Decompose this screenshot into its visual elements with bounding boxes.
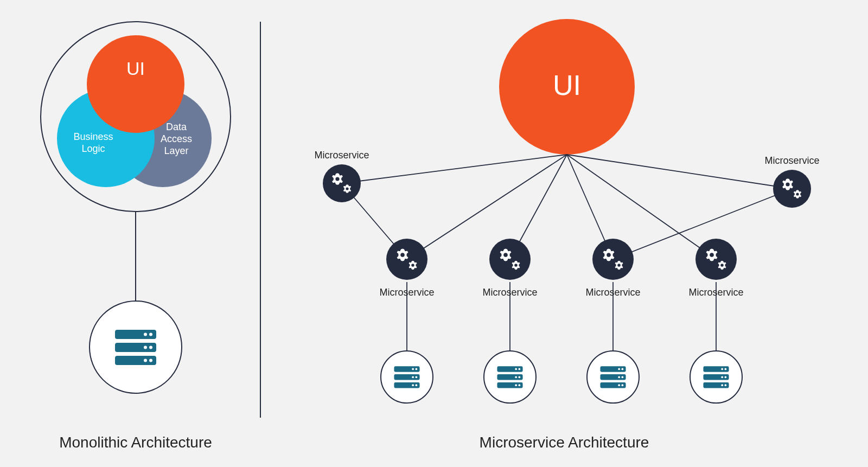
line-ui-ms3 <box>407 155 567 259</box>
svg-point-7 <box>144 359 147 362</box>
microservice-group: UI Microservice <box>314 19 819 403</box>
svg-point-59 <box>721 368 723 370</box>
ui-label-mono: UI <box>126 58 145 79</box>
line-ui-ms2 <box>567 155 792 189</box>
svg-point-52 <box>618 376 620 378</box>
microservice-node-3: Microservice <box>379 239 434 298</box>
svg-point-46 <box>519 384 521 386</box>
svg-point-20 <box>514 264 517 266</box>
database-icon <box>394 366 419 388</box>
micro-db-2 <box>484 351 536 403</box>
svg-point-55 <box>618 384 620 386</box>
svg-point-22 <box>607 253 611 257</box>
monolithic-group: UI Business Logic Data Access Layer <box>41 22 231 393</box>
svg-point-12 <box>773 170 811 208</box>
ui-circle-mono <box>87 35 184 133</box>
data-label-1: Data <box>166 121 187 132</box>
svg-point-26 <box>720 264 723 266</box>
svg-point-14 <box>796 193 799 195</box>
database-icon <box>703 366 729 388</box>
svg-point-56 <box>622 384 624 386</box>
line-ui-ms6 <box>567 155 716 259</box>
svg-point-29 <box>412 368 414 370</box>
svg-point-63 <box>725 376 727 378</box>
svg-point-24 <box>695 239 737 280</box>
svg-point-18 <box>489 239 531 280</box>
svg-point-42 <box>515 376 517 378</box>
line-ui-ms1 <box>342 155 567 183</box>
svg-point-43 <box>519 376 521 378</box>
svg-point-13 <box>786 182 789 186</box>
svg-point-50 <box>622 368 624 370</box>
ms-label-6: Microservice <box>688 287 743 298</box>
database-icon <box>600 366 626 388</box>
svg-point-4 <box>144 346 147 349</box>
svg-point-49 <box>618 368 620 370</box>
svg-point-11 <box>346 187 348 190</box>
ms-label-4: Microservice <box>482 287 537 298</box>
svg-point-62 <box>721 376 723 378</box>
monolithic-title: Monolithic Architecture <box>43 434 228 451</box>
microservice-title: Microservice Architecture <box>472 434 656 451</box>
microservice-node-1: Microservice <box>314 150 369 202</box>
svg-point-2 <box>149 333 152 336</box>
svg-point-39 <box>515 368 517 370</box>
svg-point-60 <box>725 368 727 370</box>
svg-point-35 <box>412 384 414 386</box>
database-icon <box>497 366 522 388</box>
svg-point-16 <box>400 253 405 257</box>
database-icon <box>115 330 156 365</box>
ms-label-5: Microservice <box>585 287 640 298</box>
svg-point-17 <box>411 264 414 266</box>
data-label-3: Layer <box>164 145 188 156</box>
microservice-node-6: Microservice <box>688 239 743 298</box>
svg-point-30 <box>416 368 418 370</box>
svg-point-5 <box>149 346 152 349</box>
svg-point-32 <box>412 376 414 378</box>
architecture-diagram: UI Business Logic Data Access Layer UI <box>0 0 868 467</box>
micro-db-4 <box>690 351 742 403</box>
svg-point-10 <box>335 177 339 181</box>
business-label-2: Logic <box>81 143 105 154</box>
ui-label-micro: UI <box>553 69 581 101</box>
svg-point-21 <box>592 239 634 280</box>
svg-point-25 <box>710 253 714 257</box>
svg-point-45 <box>515 384 517 386</box>
data-label-2: Access <box>161 133 192 144</box>
svg-point-9 <box>323 164 361 202</box>
svg-point-36 <box>416 384 418 386</box>
svg-point-19 <box>503 253 508 257</box>
ms-label-2: Microservice <box>764 155 819 166</box>
micro-db-1 <box>381 351 433 403</box>
svg-point-65 <box>721 384 723 386</box>
svg-point-8 <box>149 359 152 362</box>
microservice-node-5: Microservice <box>585 239 640 298</box>
ms-label-3: Microservice <box>379 287 434 298</box>
micro-db-3 <box>587 351 639 403</box>
ms-label-1: Microservice <box>314 150 369 161</box>
microservice-node-4: Microservice <box>482 239 537 298</box>
business-label-1: Business <box>73 131 113 142</box>
svg-point-1 <box>144 333 147 336</box>
svg-point-33 <box>416 376 418 378</box>
svg-point-40 <box>519 368 521 370</box>
microservice-node-2: Microservice <box>764 155 819 208</box>
svg-point-66 <box>725 384 727 386</box>
svg-point-23 <box>617 264 620 266</box>
svg-point-53 <box>622 376 624 378</box>
svg-point-15 <box>386 239 427 280</box>
